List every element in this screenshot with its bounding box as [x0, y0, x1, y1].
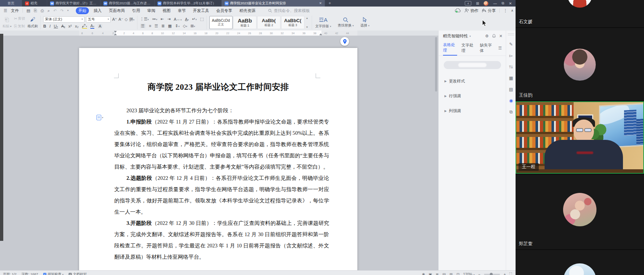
- tab-document-1[interactable]: W 商学院关于做好...计）工作的通知: [47, 0, 101, 7]
- style-heading1[interactable]: AaBb 标题 1: [233, 16, 257, 29]
- participant-tile[interactable]: [516, 250, 644, 275]
- character-shading-icon[interactable]: A: [98, 24, 102, 28]
- print-icon[interactable]: ⎙: [41, 8, 44, 13]
- gear-icon[interactable]: ⚙: [485, 34, 489, 39]
- zoom-level[interactable]: 120% ▾: [463, 272, 475, 275]
- collaborate-button[interactable]: 协作: [464, 8, 478, 13]
- font-color-icon[interactable]: A▾: [90, 24, 94, 29]
- paste-icon[interactable]: ⎗: [5, 16, 9, 23]
- menu-item-section[interactable]: 章节: [175, 7, 188, 14]
- decrease-indent-icon[interactable]: ⇤: [160, 17, 164, 21]
- find-replace-tool[interactable]: 查找替换 ▾: [335, 17, 357, 28]
- outline-view-icon[interactable]: ≣: [436, 272, 439, 275]
- select-tool[interactable]: 选择 ▾: [357, 17, 373, 28]
- web-view-icon[interactable]: ▤: [442, 272, 446, 275]
- document-area[interactable]: 商学院 2023 届毕业论文工作时间安排 2023 届毕业论文的各环节工作分为七…: [0, 36, 438, 270]
- smart-assistant-icon[interactable]: ◉: [509, 98, 513, 103]
- adjust-sliders-icon[interactable]: ⫯⫰: [509, 64, 513, 69]
- edit-pen-icon[interactable]: ✎: [509, 42, 513, 47]
- hanging-indent-marker[interactable]: [114, 33, 117, 35]
- right-indent-marker[interactable]: [319, 33, 322, 35]
- table-style-icon[interactable]: ▤: [509, 87, 513, 92]
- style-heading3[interactable]: AaBbC( 标题 3: [281, 16, 304, 29]
- fullscreen-icon[interactable]: ⛶: [509, 272, 512, 275]
- minimize-button[interactable]: —: [493, 1, 497, 5]
- apps-grid-icon[interactable]: ⊞: [476, 1, 479, 5]
- character-scale-icon[interactable]: A⇔▾: [174, 17, 182, 21]
- share-button[interactable]: 分享: [482, 8, 496, 13]
- text-direction-icon[interactable]: A̲▾: [185, 17, 189, 21]
- styles-scroll-down-icon[interactable]: ▼: [306, 26, 308, 28]
- style-heading2[interactable]: AaBb( 标题 2: [257, 16, 280, 29]
- select-arrow-icon[interactable]: ▻: [509, 53, 513, 58]
- user-avatar[interactable]: [484, 1, 488, 6]
- comment-marker-icon[interactable]: ▾: [97, 115, 103, 120]
- table-edit-icon[interactable]: ▦: [509, 76, 513, 81]
- cloud-saved-icon[interactable]: [455, 8, 461, 13]
- panel-item-change-style[interactable]: ▶ 更改样式: [439, 78, 506, 84]
- bold-icon[interactable]: B: [43, 24, 46, 28]
- document-scrollbar[interactable]: [435, 36, 438, 269]
- clear-format-icon[interactable]: ◇: [125, 17, 128, 22]
- print-preview-icon[interactable]: ⌕: [48, 8, 50, 13]
- document-body[interactable]: 2023 届毕业论文的各环节工作分为七个阶段： 1.申报阶段（2022 年 11…: [114, 105, 329, 263]
- copy-page-icon[interactable]: ⧉: [509, 109, 513, 114]
- close-button[interactable]: ✕: [509, 1, 512, 5]
- hamburger-icon[interactable]: ☰: [4, 8, 7, 13]
- spell-check-toggle[interactable]: ✓拼写检查 ▾: [43, 272, 63, 275]
- new-tab-button[interactable]: +: [325, 0, 335, 7]
- numbered-list-icon[interactable]: ≔▾: [152, 17, 157, 21]
- tab-document-2[interactable]: W 商学院2023届...与工作进度要求表: [101, 0, 155, 7]
- font-size-select[interactable]: 五号▾: [86, 16, 111, 23]
- collapse-ribbon-icon[interactable]: ∧: [511, 9, 513, 12]
- command-search[interactable]: 查找命令、搜索模板: [268, 8, 310, 13]
- highlight-color-icon[interactable]: 🖍▾: [82, 24, 87, 29]
- show-marks-icon[interactable]: ⬚: [200, 17, 204, 21]
- subscript-icon[interactable]: x₂: [75, 24, 79, 28]
- first-line-indent-marker[interactable]: [114, 31, 117, 33]
- document-page[interactable]: 商学院 2023 届毕业论文工作时间安排 2023 届毕业论文的各环节工作分为七…: [79, 48, 357, 270]
- proofread-toggle[interactable]: ✓文档校对: [69, 272, 87, 275]
- distribute-icon[interactable]: ▦: [168, 24, 172, 28]
- shading-icon[interactable]: ◇▾: [183, 24, 187, 28]
- cut-button[interactable]: ✂剪切: [14, 16, 25, 21]
- align-right-icon[interactable]: ☰: [155, 24, 158, 28]
- panel-tabs-menu-icon[interactable]: ☰: [498, 46, 502, 52]
- zoom-slider[interactable]: [484, 274, 500, 275]
- participant-tile-active-speaker[interactable]: 王一程: [516, 101, 644, 174]
- phonetic-guide-icon[interactable]: 拼▾: [129, 17, 135, 22]
- menu-item-dev-tools[interactable]: 开发工具: [190, 7, 212, 14]
- decrease-font-icon[interactable]: A⁻: [118, 17, 123, 22]
- participant-tile[interactable]: 石文媛: [516, 0, 644, 27]
- panel-action-button[interactable]: [444, 61, 501, 69]
- fit-page-icon[interactable]: ⊡: [456, 272, 459, 275]
- read-view-icon[interactable]: ▥: [450, 272, 453, 275]
- chevron-down-icon[interactable]: ▾: [67, 9, 69, 12]
- participant-tile[interactable]: 郑芷萱: [516, 174, 644, 249]
- panel-item-row-emphasis[interactable]: ▶ 行强调: [439, 93, 506, 99]
- text-layout-tool[interactable]: ☲A 文字排版 ▾: [312, 17, 335, 29]
- tab-document-active[interactable]: W 商学院2023届毕业论文工作时间安排 ✕: [222, 0, 325, 7]
- style-normal[interactable]: AaBbCcDd 正文: [209, 16, 233, 29]
- save-as-icon[interactable]: ⎘: [34, 8, 37, 13]
- line-spacing-icon[interactable]: ⇕▾: [175, 24, 180, 28]
- word-count[interactable]: 字数: 1687: [22, 272, 38, 275]
- copy-button[interactable]: ⎘复制: [14, 24, 25, 29]
- participant-tile[interactable]: 王佳韵: [516, 28, 644, 101]
- restore-button[interactable]: ⧉: [501, 1, 504, 5]
- save-icon[interactable]: ▤: [26, 8, 30, 13]
- menu-item-view[interactable]: 视图: [160, 7, 173, 14]
- increase-indent-icon[interactable]: ⇥: [167, 17, 171, 21]
- eye-protect-icon[interactable]: ❋: [422, 272, 425, 275]
- zoom-out-button[interactable]: −: [478, 272, 480, 275]
- superscript-icon[interactable]: x²: [69, 24, 72, 28]
- file-menu[interactable]: 文件: [11, 8, 19, 13]
- borders-icon[interactable]: ⊞▾: [190, 24, 195, 28]
- bell-icon[interactable]: [492, 34, 496, 38]
- menu-item-insert[interactable]: 插入: [91, 7, 104, 14]
- panel-item-column-emphasis[interactable]: ▶ 列强调: [439, 108, 506, 114]
- panel-close-icon[interactable]: ✕: [499, 34, 503, 39]
- more-options-icon[interactable]: ⋮: [503, 8, 507, 13]
- drag-handle-icon[interactable]: ————: [508, 33, 514, 36]
- strikethrough-icon[interactable]: A▾: [61, 24, 65, 28]
